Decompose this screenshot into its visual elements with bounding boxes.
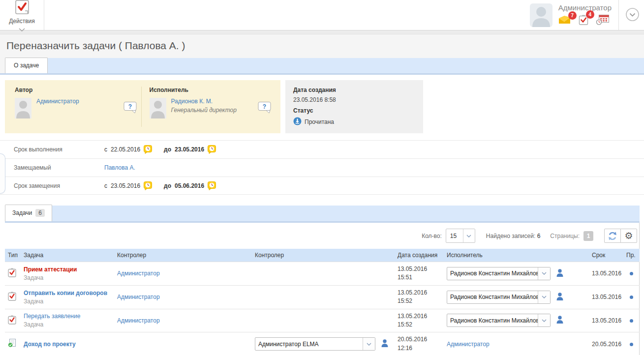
field-substitution-period: Срок замещения с 23.05.2016 до 05.06.201… — [0, 177, 644, 195]
status-label: Статус — [293, 107, 415, 114]
chevron-down-icon — [538, 267, 550, 280]
controller-select[interactable]: Администратор ELMA — [255, 337, 375, 351]
toolbar-right: Администратор 7 — [530, 0, 644, 30]
created-time: 15:51 — [398, 273, 441, 282]
executor-link[interactable]: Радионов К. М. — [171, 98, 237, 105]
tab-underline — [0, 73, 644, 75]
document-approved-icon — [8, 342, 16, 349]
question-bubble-icon: ? — [123, 102, 137, 114]
col-created: Дата создания — [395, 249, 444, 262]
task-link[interactable]: Прием аттестации — [24, 266, 77, 273]
table-row: Передать заявление Задача Администратор … — [5, 309, 640, 332]
table-header-row: Тип Задача Контролер Контролер Дата созд… — [5, 249, 640, 262]
controller-link[interactable]: Администратор — [117, 294, 160, 300]
executor-select-value: Радионов Константин Михайлович (Ге — [447, 294, 538, 300]
people-panel: Автор Администратор ? Исполнитель — [5, 80, 280, 133]
sidebar-collapse-handle[interactable] — [0, 153, 5, 194]
page-size-select[interactable]: 15 — [446, 229, 475, 243]
page-size-value: 15 — [446, 233, 463, 239]
due-date: 13.05.2016 — [589, 262, 623, 286]
controller-link[interactable]: Администратор — [117, 317, 160, 324]
notification-icons: 7 4 — [558, 15, 612, 27]
task-fields: Срок выполнения с 22.05.2016 до 23.05.20… — [0, 140, 644, 195]
tasks-count-badge: 6 — [35, 209, 45, 217]
created-date: 13.05.2016 — [398, 289, 441, 297]
executor-link[interactable]: Администратор — [447, 341, 490, 348]
user-box: Администратор 7 — [530, 0, 619, 30]
executor-select[interactable]: Радионов Константин Михайлович (Ге — [447, 267, 551, 280]
calendar-button[interactable] — [596, 15, 609, 27]
actions-menu-button[interactable]: Действия — [0, 0, 44, 30]
substitution-period-label: Срок замещения — [0, 182, 104, 189]
datetime-picker-icon[interactable] — [208, 145, 216, 154]
title-area: Переназначить задачи ( Павлова А. ) — [0, 34, 644, 58]
tab-about-task[interactable]: О задаче — [5, 58, 48, 73]
controller-link[interactable]: Администратор — [117, 270, 160, 277]
tab-tasks[interactable]: Задачи 6 — [5, 205, 52, 221]
datetime-picker-icon[interactable] — [208, 181, 216, 190]
collapse-header-button[interactable] — [626, 8, 639, 23]
tasks-button[interactable]: 4 — [579, 15, 588, 27]
executor-help-button[interactable]: ? — [258, 102, 272, 115]
table-row: Доход по проекту Администратор ELMA 20.0… — [5, 332, 640, 355]
execution-from-value: 22.05.2016 — [111, 146, 140, 153]
user-picker-icon[interactable] — [381, 339, 388, 349]
datetime-picker-icon[interactable] — [144, 181, 152, 190]
user-picker-icon[interactable] — [556, 316, 563, 325]
task-link[interactable]: Передать заявление — [24, 313, 80, 320]
execution-period-label: Срок выполнения — [0, 146, 104, 153]
executor-select[interactable]: Радионов Константин Михайлович (Ге — [447, 291, 551, 304]
col-controller1: Контролер — [114, 249, 252, 262]
refresh-button[interactable] — [604, 229, 621, 243]
author-link[interactable]: Администратор — [36, 98, 79, 105]
table-row: Прием аттестации Задача Администратор 13… — [5, 262, 640, 286]
due-date: 13.05.2016 — [589, 285, 623, 309]
refresh-icon — [608, 231, 617, 241]
created-value: 23.05.2016 8:58 — [293, 96, 415, 103]
due-date: 20.05.2016 — [589, 332, 623, 355]
tasks-tabstrip-background — [5, 206, 640, 221]
from-prefix: с — [104, 182, 107, 189]
priority-dot — [630, 272, 633, 275]
chevron-down-icon — [19, 26, 25, 33]
info-panels: Автор Администратор ? Исполнитель — [5, 80, 639, 133]
actions-label: Действия — [9, 18, 35, 25]
svg-text:?: ? — [263, 103, 266, 110]
chevron-down-icon — [538, 314, 550, 326]
substituted-user-link[interactable]: Павлова А. — [104, 164, 135, 171]
status-read-icon — [293, 117, 302, 127]
task-type-icon — [8, 272, 16, 279]
datetime-picker-icon[interactable] — [144, 145, 152, 154]
user-picker-icon[interactable] — [556, 293, 563, 302]
executor-position: Генеральный директор — [171, 107, 237, 114]
executor-select[interactable]: Радионов Константин Михайлович (Ге — [447, 314, 551, 327]
task-type-icon — [8, 319, 16, 326]
author-help-button[interactable]: ? — [123, 102, 137, 115]
user-name[interactable]: Администратор — [558, 3, 612, 12]
created-label: Дата создания — [293, 87, 415, 93]
col-executor: Исполнитель — [444, 249, 589, 262]
about-tabstrip: О задаче — [0, 58, 644, 73]
task-link[interactable]: Доход по проекту — [24, 341, 76, 348]
tasks-section: Задачи 6 Кол-во: 15 Найдено записей: 6 С… — [0, 206, 644, 355]
grid-settings-button[interactable]: ⚙ — [620, 229, 637, 243]
task-subtitle: Задача — [24, 274, 111, 281]
created-time: 15:52 — [398, 321, 441, 329]
task-subtitle: Задача — [24, 298, 111, 305]
to-prefix: до — [164, 146, 171, 153]
priority-dot — [630, 343, 633, 346]
executor-select-value: Радионов Константин Михайлович (Ге — [447, 317, 538, 324]
executor-section: Исполнитель Радионов К. М. Генеральный д… — [141, 87, 276, 127]
task-link[interactable]: Отправить копии договоров — [24, 290, 107, 296]
substitution-to-value: 05.06.2016 — [175, 182, 204, 189]
page-number-button[interactable]: 1 — [583, 231, 593, 241]
task-type-icon — [8, 296, 16, 302]
author-avatar — [15, 98, 31, 118]
messages-button[interactable]: 7 — [558, 16, 571, 26]
chevron-down-icon — [538, 291, 550, 303]
question-bubble-icon: ? — [258, 102, 272, 114]
field-substituted: Замещаемый Павлова А. — [0, 158, 644, 177]
user-avatar[interactable] — [530, 3, 552, 27]
svg-text:?: ? — [128, 103, 131, 110]
user-picker-icon[interactable] — [556, 269, 563, 278]
